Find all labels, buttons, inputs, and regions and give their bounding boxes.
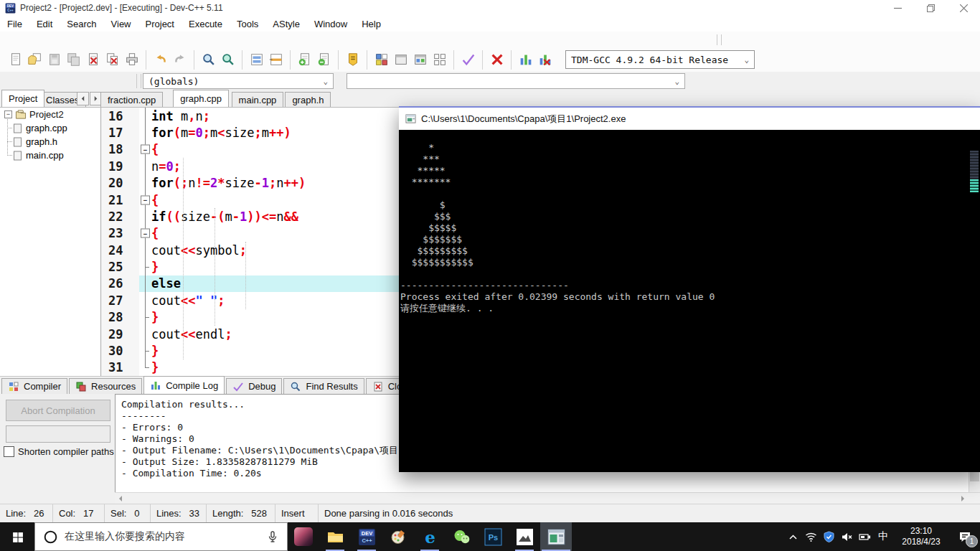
rebuild-button[interactable]: [430, 50, 449, 70]
add-file-button[interactable]: [295, 50, 314, 70]
bottom-tab-find-results[interactable]: Find Results: [283, 378, 364, 394]
menu-item-search[interactable]: Search: [60, 16, 103, 32]
member-select[interactable]: ⌄: [347, 73, 685, 89]
taskbar-app-paint[interactable]: [382, 522, 414, 551]
close-button[interactable]: [947, 0, 980, 16]
syntax-check-button[interactable]: [458, 50, 478, 70]
menu-item-project[interactable]: Project: [138, 16, 182, 32]
console-title-bar[interactable]: C:\Users\1\Documents\Cpapa\项目1\Project2.…: [399, 106, 980, 130]
menu-item-tools[interactable]: Tools: [230, 16, 265, 32]
fold-margin[interactable]: −: [139, 225, 151, 242]
bottom-tab-compile-log[interactable]: Compile Log: [143, 376, 225, 394]
tray-expand-button[interactable]: [784, 522, 802, 551]
console-scrollbar-thumb[interactable]: [970, 151, 979, 192]
taskbar-search-input[interactable]: 在这里输入你要搜索的内容: [34, 522, 288, 551]
taskbar-app-avatar-app[interactable]: [288, 522, 319, 551]
taskbar-app-file-explorer[interactable]: [319, 522, 351, 551]
menu-item-astyle[interactable]: AStyle: [265, 16, 307, 32]
menu-item-window[interactable]: Window: [307, 16, 354, 32]
goto-function-button[interactable]: [247, 50, 266, 70]
compile-run-button[interactable]: [410, 50, 430, 70]
scope-select[interactable]: (globals) ⌄: [143, 73, 334, 89]
toolbar-grip[interactable]: [136, 74, 141, 88]
menu-item-edit[interactable]: Edit: [29, 16, 60, 32]
bottom-tab-resources[interactable]: Resources: [69, 378, 142, 394]
menu-item-file[interactable]: File: [0, 16, 29, 32]
minimize-button[interactable]: [881, 0, 914, 16]
editor-tab-fraction-cpp[interactable]: fraction.cpp: [100, 92, 163, 107]
compiler-select[interactable]: TDM-GCC 4.9.2 64-bit Release ⌄: [565, 50, 755, 69]
remove-file-button[interactable]: [314, 50, 334, 70]
tree-root[interactable]: − Project2: [0, 108, 100, 121]
collapse-icon[interactable]: −: [4, 110, 12, 118]
battery-button[interactable]: [856, 522, 874, 551]
scroll-right-arrow[interactable]: [957, 493, 969, 504]
profile-button[interactable]: [516, 50, 535, 70]
menu-item-execute[interactable]: Execute: [182, 16, 230, 32]
toolbar-grip[interactable]: [717, 34, 722, 45]
scroll-left-arrow[interactable]: [115, 493, 126, 504]
scroll-left-button[interactable]: [77, 92, 89, 105]
redo-button[interactable]: [170, 50, 189, 70]
ime-indicator[interactable]: 中: [874, 530, 892, 543]
editor-tab-main-cpp[interactable]: main.cpp: [232, 92, 284, 107]
taskbar-app-wechat[interactable]: [446, 522, 477, 551]
date: 2018/4/23: [895, 537, 947, 547]
taskbar-app-photoshop[interactable]: Ps: [477, 522, 509, 551]
microphone-icon[interactable]: [266, 530, 279, 543]
undo-button[interactable]: [151, 50, 170, 70]
syntax-check-icon: [461, 52, 476, 67]
bottom-tab-debug[interactable]: Debug: [226, 378, 282, 394]
console-window[interactable]: C:\Users\1\Documents\Cpapa\项目1\Project2.…: [399, 106, 980, 472]
close-file-button[interactable]: [83, 50, 103, 70]
log-horizontal-scrollbar[interactable]: [115, 492, 980, 504]
fold-collapse-icon[interactable]: −: [141, 229, 150, 238]
search-placeholder: 在这里输入你要搜索的内容: [65, 530, 260, 543]
fold-collapse-icon[interactable]: −: [141, 195, 150, 204]
new-file-button[interactable]: [6, 50, 25, 70]
fold-margin[interactable]: −: [139, 192, 151, 208]
close-all-button[interactable]: [103, 50, 122, 70]
start-button[interactable]: [0, 522, 34, 551]
tree-item-main-cpp[interactable]: main.cpp: [0, 149, 100, 162]
tree-item-graph-cpp[interactable]: graph.cpp: [0, 121, 100, 135]
shorten-paths-option[interactable]: Shorten compiler paths: [4, 446, 114, 457]
taskbar-app-dev-cpp[interactable]: DEVC++: [351, 522, 382, 551]
bottom-tab-compiler[interactable]: Compiler: [1, 378, 67, 394]
panel-tab-project[interactable]: Project: [1, 90, 44, 107]
wifi-button[interactable]: [802, 522, 820, 551]
restore-button[interactable]: [914, 0, 947, 16]
editor-tab-graph-h[interactable]: graph.h: [285, 92, 331, 107]
notification-center-button[interactable]: 1: [950, 522, 980, 551]
print-button[interactable]: [122, 50, 141, 70]
editor-tab-graph-cpp[interactable]: graph.cpp: [173, 90, 229, 107]
find-button[interactable]: [199, 50, 218, 70]
tree-item-graph-h[interactable]: graph.h: [0, 135, 100, 149]
save-button[interactable]: [44, 50, 64, 70]
compile-button[interactable]: [372, 50, 391, 70]
open-button[interactable]: [25, 50, 44, 70]
checkbox[interactable]: [4, 446, 14, 457]
scrollbar-thumb[interactable]: [970, 471, 979, 481]
clock[interactable]: 23:10 2018/4/23: [895, 526, 947, 547]
menu-item-help[interactable]: Help: [354, 16, 388, 32]
find-in-files-button[interactable]: [218, 50, 237, 70]
abort-button[interactable]: [487, 50, 507, 70]
taskbar-app-edge[interactable]: e: [414, 522, 446, 551]
security-shield-button[interactable]: [820, 522, 838, 551]
fold-margin[interactable]: −: [139, 141, 151, 158]
delete-profile-button[interactable]: [535, 50, 555, 70]
save-all-button[interactable]: [64, 50, 83, 70]
abort-compilation-button[interactable]: Abort Compilation: [6, 400, 110, 421]
menu-item-view[interactable]: View: [104, 16, 138, 32]
fold-margin: [139, 276, 151, 292]
fold-collapse-icon[interactable]: −: [141, 145, 150, 154]
run-button[interactable]: [391, 50, 410, 70]
taskbar-app-photos[interactable]: [509, 522, 540, 551]
bottom-tab-label: Debug: [248, 381, 275, 392]
goto-line-button[interactable]: [266, 50, 286, 70]
astyle-format-button[interactable]: [343, 50, 362, 70]
volume-button[interactable]: [838, 522, 856, 551]
taskbar-app-console-app[interactable]: [540, 522, 572, 551]
window-controls: [881, 0, 980, 16]
